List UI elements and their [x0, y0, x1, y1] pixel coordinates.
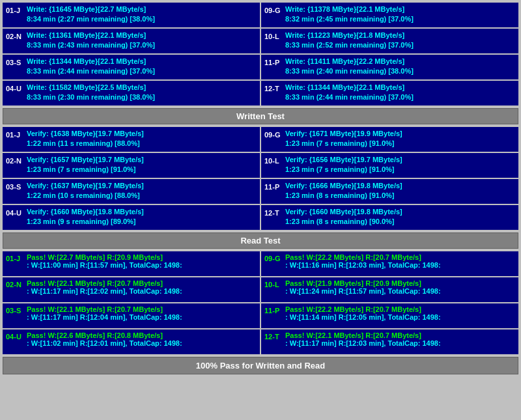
cell-id-11P: 11-P	[264, 57, 283, 77]
verify-line1-02N: Verify: {1657 MByte}[19.7 MByte/s]	[27, 155, 257, 165]
verify-cell-10L: 10-L Verify: {1656 MByte}[19.7 MByte/s] …	[261, 153, 518, 178]
cell-content-09G: Write: {11378 MByte}[22.1 MByte/s] 8:32 …	[285, 5, 515, 25]
write-line1-04U: Write: {11582 MByte}[22.5 MByte/s]	[27, 83, 257, 92]
write-line1-03S: Write: {11344 MByte}[22.1 MByte/s]	[27, 57, 257, 66]
verify-line1-04U: Verify: {1660 MByte}[19.8 MByte/s]	[27, 207, 257, 217]
cell-content-02N: Write: {11361 MByte}[22.1 MByte/s] 8:33 …	[27, 31, 257, 51]
read-cell-01J: 01-J Pass! W:[22.7 MByte/s] R:[20.9 MByt…	[3, 251, 260, 276]
read-line1-03S: Pass! W:[22.1 MByte/s] R:[20.7 MByte/s]	[27, 305, 163, 313]
verify-id-03S: 03-S	[6, 181, 24, 202]
verify-line1-01J: Verify: {1638 MByte}[19.7 MByte/s]	[27, 129, 257, 139]
verify-id-10L: 10-L	[264, 155, 283, 176]
write-cell-04U: 04-U Write: {11582 MByte}[22.5 MByte/s] …	[3, 81, 260, 105]
verify-test-grid: 01-J Verify: {1638 MByte}[19.7 MByte/s] …	[3, 127, 518, 230]
verify-content-10L: Verify: {1656 MByte}[19.7 MByte/s] 1:23 …	[285, 155, 515, 176]
verify-cell-04U: 04-U Verify: {1660 MByte}[19.8 MByte/s] …	[3, 205, 260, 230]
verify-line1-11P: Verify: {1666 MByte}[19.8 MByte/s]	[285, 181, 515, 191]
write-line1-02N: Write: {11361 MByte}[22.1 MByte/s]	[27, 31, 257, 40]
verify-line1-10L: Verify: {1656 MByte}[19.7 MByte/s]	[285, 155, 515, 165]
read-line2-10L: : W:[11:24 min] R:[11:57 min], TotalCap:…	[285, 287, 515, 295]
read-line1-01J: Pass! W:[22.7 MByte/s] R:[20.9 MByte/s]	[27, 253, 163, 261]
verify-id-04U: 04-U	[6, 207, 24, 228]
read-cell-09G: 09-G Pass! W:[22.2 MByte/s] R:[20.7 MByt…	[261, 251, 518, 276]
write-line2-12T: 8:33 min (2:44 min remaining) [37.0%]	[285, 92, 515, 102]
read-cell-04U: 04-U Pass! W:[22.6 MByte/s] R:[20.8 MByt…	[3, 329, 260, 354]
verify-cell-03S: 03-S Verify: {1637 MByte}[19.7 MByte/s] …	[3, 179, 260, 204]
read-line1-09G: Pass! W:[22.2 MByte/s] R:[20.7 MByte/s]	[285, 253, 421, 261]
write-cell-03S: 03-S Write: {11344 MByte}[22.1 MByte/s] …	[3, 55, 260, 79]
write-line2-10L: 8:33 min (2:52 min remaining) [37.0%]	[285, 40, 515, 50]
cell-id-03S: 03-S	[6, 57, 24, 77]
cell-content-11P: Write: {11411 MByte}[22.2 MByte/s] 8:33 …	[285, 57, 515, 77]
write-line2-04U: 8:33 min (2:30 min remaining) [38.0%]	[27, 92, 257, 102]
written-test-header: Written Test	[3, 108, 518, 124]
cell-content-12T: Write: {11344 MByte}[22.1 MByte/s] 8:33 …	[285, 83, 515, 104]
verify-cell-09G: 09-G Verify: {1671 MByte}[19.9 MByte/s] …	[261, 127, 518, 152]
verify-line1-12T: Verify: {1660 MByte}[19.8 MByte/s]	[285, 207, 515, 217]
read-line2-01J: : W:[11:00 min] R:[11:57 min], TotalCap:…	[27, 261, 257, 269]
write-line1-01J: Write: {11645 MByte}[22.7 MByte/s]	[27, 5, 257, 14]
write-line1-11P: Write: {11411 MByte}[22.2 MByte/s]	[285, 57, 515, 66]
verify-content-02N: Verify: {1657 MByte}[19.7 MByte/s] 1:23 …	[27, 155, 257, 176]
footer-bar: 100% Pass for Written and Read	[3, 357, 518, 374]
read-id-01J: 01-J	[6, 253, 24, 274]
write-line2-02N: 8:33 min (2:43 min remaining) [37.0%]	[27, 40, 257, 50]
write-cell-09G: 09-G Write: {11378 MByte}[22.1 MByte/s] …	[261, 3, 518, 27]
written-test-label: Written Test	[236, 111, 285, 121]
verify-content-04U: Verify: {1660 MByte}[19.8 MByte/s] 1:23 …	[27, 207, 257, 228]
write-line2-03S: 8:33 min (2:44 min remaining) [37.0%]	[27, 66, 257, 76]
verify-line1-09G: Verify: {1671 MByte}[19.9 MByte/s]	[285, 129, 515, 139]
cell-id-04U: 04-U	[6, 83, 24, 104]
read-test-header: Read Test	[3, 232, 518, 249]
verify-line2-02N: 1:23 min (7 s remaining) [91.0%]	[27, 165, 257, 175]
read-line2-11P: : W:[11:14 min] R:[12:05 min], TotalCap:…	[285, 313, 515, 321]
read-line1-02N: Pass! W:[22.1 MByte/s] R:[20.7 MByte/s]	[27, 279, 163, 287]
read-test-grid: 01-J Pass! W:[22.7 MByte/s] R:[20.9 MByt…	[3, 251, 518, 354]
read-id-02N: 02-N	[6, 279, 24, 300]
write-line2-09G: 8:32 min (2:45 min remaining) [37.0%]	[285, 14, 515, 24]
read-line2-03S: : W:[11:17 min] R:[12:04 min], TotalCap:…	[27, 313, 257, 321]
read-id-04U: 04-U	[6, 331, 24, 352]
read-id-09G: 09-G	[264, 253, 283, 274]
read-test-section: 01-J Pass! W:[22.7 MByte/s] R:[20.9 MByt…	[3, 251, 518, 354]
read-id-12T: 12-T	[264, 331, 283, 352]
write-line1-12T: Write: {11344 MByte}[22.1 MByte/s]	[285, 83, 515, 92]
write-cell-12T: 12-T Write: {11344 MByte}[22.1 MByte/s] …	[261, 81, 518, 105]
read-line2-12T: : W:[11:17 min] R:[12:03 min], TotalCap:…	[285, 339, 515, 347]
verify-test-section: 01-J Verify: {1638 MByte}[19.7 MByte/s] …	[3, 127, 518, 230]
main-container: 01-J Write: {11645 MByte}[22.7 MByte/s] …	[0, 0, 521, 377]
verify-content-09G: Verify: {1671 MByte}[19.9 MByte/s] 1:23 …	[285, 129, 515, 150]
read-id-03S: 03-S	[6, 305, 24, 326]
read-line1-10L: Pass! W:[21.9 MByte/s] R:[20.9 MByte/s]	[285, 279, 421, 287]
read-content-01J: Pass! W:[22.7 MByte/s] R:[20.9 MByte/s] …	[27, 253, 257, 274]
write-line2-11P: 8:33 min (2:40 min remaining) [38.0%]	[285, 66, 515, 76]
write-cell-02N: 02-N Write: {11361 MByte}[22.1 MByte/s] …	[3, 29, 260, 53]
cell-id-02N: 02-N	[6, 31, 24, 51]
read-content-10L: Pass! W:[21.9 MByte/s] R:[20.9 MByte/s] …	[285, 279, 515, 300]
verify-content-01J: Verify: {1638 MByte}[19.7 MByte/s] 1:22 …	[27, 129, 257, 150]
cell-id-01J: 01-J	[6, 5, 24, 25]
read-line2-02N: : W:[11:17 min] R:[12:02 min], TotalCap:…	[27, 287, 257, 295]
verify-line2-04U: 1:23 min (9 s remaining) [89.0%]	[27, 217, 257, 227]
read-content-04U: Pass! W:[22.6 MByte/s] R:[20.8 MByte/s] …	[27, 331, 257, 352]
verify-id-01J: 01-J	[6, 129, 24, 150]
read-cell-03S: 03-S Pass! W:[22.1 MByte/s] R:[20.7 MByt…	[3, 303, 260, 328]
verify-line2-10L: 1:23 min (7 s remaining) [91.0%]	[285, 165, 515, 175]
footer-label: 100% Pass for Written and Read	[196, 361, 325, 371]
cell-id-10L: 10-L	[264, 31, 283, 51]
read-cell-02N: 02-N Pass! W:[22.1 MByte/s] R:[20.7 MByt…	[3, 277, 260, 302]
write-test-grid: 01-J Write: {11645 MByte}[22.7 MByte/s] …	[3, 3, 518, 105]
read-id-11P: 11-P	[264, 305, 283, 326]
verify-cell-02N: 02-N Verify: {1657 MByte}[19.7 MByte/s] …	[3, 153, 260, 178]
verify-id-11P: 11-P	[264, 181, 283, 202]
verify-line2-11P: 1:23 min (8 s remaining) [91.0%]	[285, 191, 515, 201]
write-line1-09G: Write: {11378 MByte}[22.1 MByte/s]	[285, 5, 515, 14]
read-content-12T: Pass! W:[22.1 MByte/s] R:[20.7 MByte/s] …	[285, 331, 515, 352]
read-cell-10L: 10-L Pass! W:[21.9 MByte/s] R:[20.9 MByt…	[261, 277, 518, 302]
verify-line2-01J: 1:22 min (11 s remaining) [88.0%]	[27, 139, 257, 148]
write-line2-01J: 8:34 min (2:27 min remaining) [38.0%]	[27, 14, 257, 24]
write-line1-10L: Write: {11223 MByte}[21.8 MByte/s]	[285, 31, 515, 40]
write-cell-01J: 01-J Write: {11645 MByte}[22.7 MByte/s] …	[3, 3, 260, 27]
read-content-03S: Pass! W:[22.1 MByte/s] R:[20.7 MByte/s] …	[27, 305, 257, 326]
cell-id-09G: 09-G	[264, 5, 283, 25]
